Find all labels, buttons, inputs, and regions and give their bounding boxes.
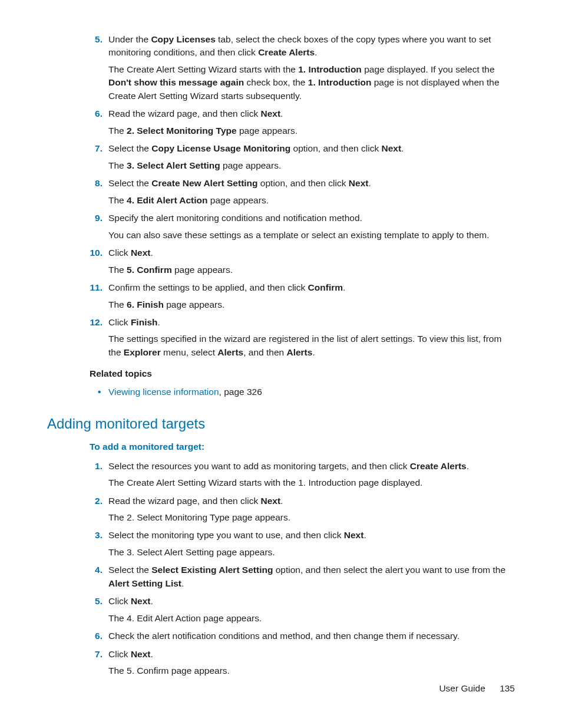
step-result: The Create Alert Setting Wizard starts w…	[108, 476, 515, 489]
related-topic-suffix: , page 326	[219, 387, 262, 397]
step-number: 3.	[86, 529, 103, 542]
step-number: 10.	[86, 246, 103, 259]
step-text: Confirm the settings to be applied, and …	[108, 281, 515, 294]
step-number: 9.	[86, 212, 103, 225]
step-item: 2.Read the wizard page, and then click N…	[47, 495, 515, 525]
step-number: 6.	[86, 107, 103, 120]
step-item: 5.Click Next.The 4. Edit Alert Action pa…	[47, 595, 515, 625]
step-result: The 2. Select Monitoring Type page appea…	[108, 124, 515, 137]
step-number: 5.	[86, 33, 103, 46]
page-footer: User Guide 135	[439, 682, 515, 695]
step-item: 11.Confirm the settings to be applied, a…	[47, 281, 515, 311]
step-number: 6.	[86, 630, 103, 643]
step-item: 8.Select the Create New Alert Setting op…	[47, 177, 515, 207]
step-item: 7.Select the Copy License Usage Monitori…	[47, 142, 515, 172]
step-result: The settings specified in the wizard are…	[108, 332, 515, 359]
step-item: 3.Select the monitoring type you want to…	[47, 529, 515, 559]
step-result: The 4. Edit Alert Action page appears.	[108, 612, 515, 625]
step-result: The Create Alert Setting Wizard starts w…	[108, 63, 515, 103]
document-page: 5.Under the Copy Licenses tab, select th…	[0, 0, 562, 728]
step-number: 12.	[86, 316, 103, 329]
step-number: 8.	[86, 177, 103, 190]
step-text: Select the Select Existing Alert Setting…	[108, 564, 515, 590]
procedure-heading: To add a monitored target:	[90, 440, 515, 453]
link-view-license-info[interactable]: Viewing license information	[108, 387, 219, 397]
step-list-b: 1.Select the resources you want to add a…	[47, 460, 515, 678]
step-item: 6.Check the alert notification condition…	[47, 630, 515, 643]
related-topic-item: Viewing license information, page 326	[90, 386, 515, 398]
page-number: 135	[500, 683, 515, 693]
step-text: Select the resources you want to add as …	[108, 460, 515, 473]
step-number: 4.	[86, 564, 103, 577]
step-text: Select the Create New Alert Setting opti…	[108, 177, 515, 190]
step-text: Click Finish.	[108, 316, 515, 329]
step-item: 9.Specify the alert monitoring condition…	[47, 212, 515, 242]
section-heading-adding-monitored-targets: Adding monitored targets	[47, 414, 515, 434]
step-list-a: 5.Under the Copy Licenses tab, select th…	[47, 33, 515, 359]
step-result: The 5. Confirm page appears.	[108, 664, 515, 677]
step-text: Under the Copy Licenses tab, select the …	[108, 33, 515, 60]
step-result: The 5. Confirm page appears.	[108, 263, 515, 276]
step-text: Click Next.	[108, 648, 515, 661]
step-item: 7.Click Next.The 5. Confirm page appears…	[47, 648, 515, 678]
step-number: 2.	[86, 495, 103, 508]
step-result: The 3. Select Alert Setting page appears…	[108, 546, 515, 559]
step-text: Select the monitoring type you want to u…	[108, 529, 515, 542]
related-topics-heading: Related topics	[90, 367, 515, 380]
step-result: The 4. Edit Alert Action page appears.	[108, 194, 515, 207]
step-result: The 6. Finish page appears.	[108, 298, 515, 311]
step-item: 1.Select the resources you want to add a…	[47, 460, 515, 490]
step-item: 10.Click Next.The 5. Confirm page appear…	[47, 246, 515, 276]
step-number: 7.	[86, 648, 103, 661]
step-number: 5.	[86, 595, 103, 608]
step-number: 1.	[86, 460, 103, 473]
step-result: You can also save these settings as a te…	[108, 229, 515, 242]
step-item: 5.Under the Copy Licenses tab, select th…	[47, 33, 515, 103]
step-text: Read the wizard page, and then click Nex…	[108, 495, 515, 508]
step-item: 4.Select the Select Existing Alert Setti…	[47, 564, 515, 590]
step-item: 12.Click Finish.The settings specified i…	[47, 316, 515, 359]
step-text: Click Next.	[108, 595, 515, 608]
step-text: Select the Copy License Usage Monitoring…	[108, 142, 515, 155]
step-number: 11.	[86, 281, 103, 294]
step-result: The 2. Select Monitoring Type page appea…	[108, 511, 515, 524]
step-text: Click Next.	[108, 246, 515, 259]
step-number: 7.	[86, 142, 103, 155]
step-item: 6.Read the wizard page, and then click N…	[47, 107, 515, 137]
step-result: The 3. Select Alert Setting page appears…	[108, 159, 515, 172]
step-text: Check the alert notification conditions …	[108, 630, 515, 643]
related-topics-list: Viewing license information, page 326	[90, 386, 515, 398]
step-text: Read the wizard page, and then click Nex…	[108, 107, 515, 120]
step-text: Specify the alert monitoring conditions …	[108, 212, 515, 225]
footer-label: User Guide	[439, 683, 485, 693]
